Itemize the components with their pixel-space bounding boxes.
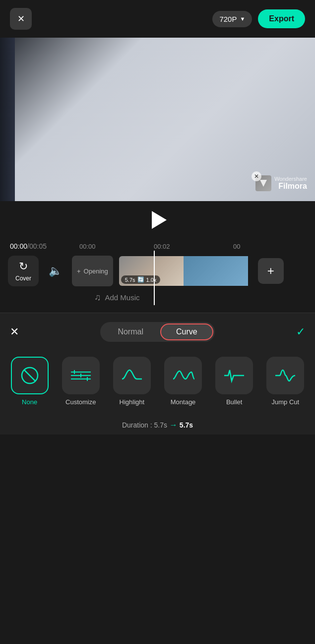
top-bar: ✕ 720P ▼ Export [0, 0, 315, 38]
bottom-panel: ✕ Normal Curve ✓ None [0, 313, 315, 434]
curve-option-montage[interactable]: Montage [163, 357, 203, 406]
watermark-name: Filmora [274, 182, 307, 191]
play-button[interactable] [152, 211, 167, 229]
curve-option-customize[interactable]: Customize [61, 357, 101, 406]
volume-icon: 🔈 [49, 265, 62, 277]
duration-label: Duration : [122, 421, 154, 429]
ruler-tick-2: 00 [233, 243, 240, 250]
timeline-area: ↻ Cover 🔈 + Opening 5.7s 🔄 1.0x + ♫ [0, 256, 315, 313]
curve-option-highlight[interactable]: Highlight [112, 357, 152, 406]
duration-original: 5.7s [154, 421, 167, 429]
track-speed-icon: 🔄 [137, 276, 144, 283]
watermark: ✕ Wondershare Filmora [255, 175, 307, 191]
track-duration: 5.7s [125, 277, 135, 283]
track-speed: 1.0x [146, 277, 157, 283]
opening-label: Opening [84, 268, 108, 275]
ruler-tick-0: 00:00 [79, 243, 96, 250]
curve-label-montage: Montage [171, 398, 196, 406]
cover-button[interactable]: ↻ Cover [8, 256, 39, 286]
curve-label-bullet: Bullet [226, 398, 243, 406]
tab-curve[interactable]: Curve [160, 323, 213, 340]
top-right-controls: 720P ▼ Export [212, 9, 305, 28]
timeline-ruler: 00:00 00:02 00 [50, 239, 305, 254]
video-track[interactable]: 5.7s 🔄 1.0x [119, 256, 248, 286]
curve-label-highlight: Highlight [120, 398, 145, 406]
curve-icon-bullet [215, 357, 253, 394]
add-clip-button[interactable]: + [258, 258, 284, 284]
ruler-tick-1: 00:02 [154, 243, 170, 250]
curve-option-none[interactable]: None [10, 357, 50, 406]
total-time: 00:05 [29, 242, 47, 250]
video-thumb-1: 5.7s 🔄 1.0x [119, 256, 184, 286]
quality-selector[interactable]: 720P ▼ [212, 11, 252, 27]
video-preview: ✕ Wondershare Filmora [0, 38, 315, 201]
watermark-text: Wondershare Filmora [274, 176, 307, 191]
curve-label-customize: Customize [65, 398, 96, 406]
curve-icon-none [11, 357, 49, 394]
video-thumb-2 [184, 256, 248, 286]
curve-label-none: None [22, 398, 37, 406]
mode-cancel-button[interactable]: ✕ [10, 325, 19, 338]
curve-icon-jumpcut [266, 357, 304, 394]
volume-button[interactable]: 🔈 [45, 261, 66, 281]
time-display: 00:00/00:05 [10, 242, 50, 250]
cover-label: Cover [15, 275, 31, 282]
watermark-brand: Wondershare [274, 176, 307, 182]
export-label: Export [269, 14, 294, 23]
current-time: 00:00 [10, 242, 27, 250]
music-icon: ♫ [94, 292, 101, 303]
curve-label-jumpcut: Jump Cut [272, 398, 300, 406]
add-music-row[interactable]: ♫ Add Music [0, 286, 315, 303]
quality-label: 720P [219, 15, 237, 23]
playback-controls [0, 201, 315, 239]
opening-clip[interactable]: + Opening [72, 256, 113, 286]
timeline-cursor [154, 251, 155, 305]
close-button[interactable]: ✕ [10, 8, 32, 30]
chevron-down-icon: ▼ [240, 16, 245, 22]
tabs-container: Normal Curve [100, 322, 214, 342]
cover-refresh-icon: ↻ [19, 260, 28, 273]
mode-tabs: ✕ Normal Curve ✓ [0, 313, 315, 351]
close-icon: ✕ [17, 13, 25, 24]
curve-icon-highlight [113, 357, 151, 394]
timeline-header: 00:00/00:05 00:00 00:02 00 [0, 239, 315, 254]
add-music-label: Add Music [105, 293, 140, 302]
curve-icon-customize [62, 357, 100, 394]
tab-normal[interactable]: Normal [102, 323, 159, 340]
duration-new-value: 5.7s [180, 421, 193, 429]
svg-line-1 [24, 370, 35, 381]
add-clip-icon: + [267, 264, 274, 278]
duration-arrow-icon: → [169, 421, 177, 429]
curve-icon-montage [164, 357, 202, 394]
export-button[interactable]: Export [258, 9, 305, 28]
curve-option-bullet[interactable]: Bullet [214, 357, 254, 406]
duration-footer: Duration : 5.7s → 5.7s [0, 416, 315, 434]
curve-option-jumpcut[interactable]: Jump Cut [265, 357, 305, 406]
mode-confirm-button[interactable]: ✓ [296, 325, 305, 338]
curve-options: None Customize [0, 351, 315, 416]
opening-plus-icon: + [77, 268, 81, 275]
